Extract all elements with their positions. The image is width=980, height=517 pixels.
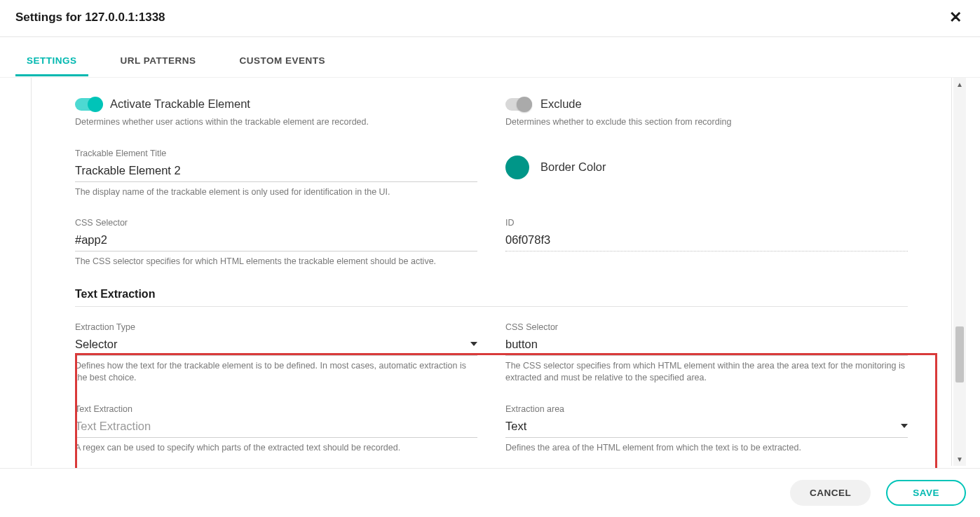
dialog-header: Settings for 127.0.0.1:1338 ✕ — [0, 0, 980, 37]
extraction-area-select[interactable]: Text — [505, 417, 908, 438]
content-outer: Activate Trackable Element Determines wh… — [0, 77, 980, 466]
text-extraction-helper: A regex can be used to specify which par… — [75, 442, 477, 455]
extraction-type-select[interactable]: Selector — [75, 335, 477, 356]
id-label: ID — [505, 218, 908, 228]
tab-settings[interactable]: SETTINGS — [15, 50, 88, 76]
extraction-type-label: Extraction Type — [75, 322, 477, 332]
extraction-type-helper: Defines how the text for the trackable e… — [75, 360, 477, 385]
scroll-down-arrow-icon[interactable]: ▼ — [956, 453, 963, 466]
element-title-label: Trackable Element Title — [75, 149, 477, 158]
dialog-title: Settings for 127.0.0.1:1338 — [15, 11, 165, 25]
css-selector-extract-helper: The CSS selector specifies from which HT… — [505, 360, 908, 385]
scroll-thumb[interactable] — [955, 326, 964, 382]
css-selector-extract-input[interactable]: button — [505, 335, 908, 356]
element-title-helper: The display name of the trackable elemen… — [75, 186, 477, 199]
scroll-up-arrow-icon[interactable]: ▲ — [956, 78, 963, 91]
element-title-input[interactable]: Trackable Element 2 — [75, 161, 477, 182]
tab-bar: SETTINGS URL PATTERNS CUSTOM EVENTS — [0, 50, 980, 77]
vertical-scrollbar[interactable]: ▲ ▼ — [953, 78, 966, 466]
dialog-footer: CANCEL SAVE — [0, 468, 980, 517]
save-button[interactable]: SAVE — [886, 480, 966, 506]
css-selector-input[interactable]: #app2 — [75, 230, 477, 251]
text-extraction-input[interactable]: Text Extraction — [75, 417, 477, 438]
css-selector-helper: The CSS selector specifies for which HTM… — [75, 256, 477, 268]
css-selector-label: CSS Selector — [75, 218, 477, 228]
activate-helper: Determines whether user actions within t… — [75, 116, 477, 129]
border-color-swatch[interactable] — [505, 156, 529, 179]
border-color-label: Border Color — [540, 160, 606, 174]
extraction-area-label: Extraction area — [505, 404, 908, 414]
chevron-down-icon — [470, 342, 477, 346]
extraction-area-helper: Defines the area of the HTML element fro… — [505, 442, 908, 455]
extraction-type-value: Selector — [75, 338, 118, 351]
section-text-extraction: Text Extraction — [75, 288, 908, 307]
exclude-label: Exclude — [540, 97, 582, 111]
activate-toggle[interactable] — [75, 98, 102, 111]
css-selector-extract-label: CSS Selector — [505, 322, 908, 332]
tab-custom-events[interactable]: CUSTOM EVENTS — [229, 50, 337, 76]
chevron-down-icon — [901, 424, 908, 428]
close-icon[interactable]: ✕ — [946, 7, 965, 28]
content-scroll: Activate Trackable Element Determines wh… — [31, 78, 952, 466]
id-value: 06f078f3 — [505, 230, 908, 251]
tab-url-patterns[interactable]: URL PATTERNS — [109, 50, 207, 76]
activate-label: Activate Trackable Element — [110, 97, 250, 111]
cancel-button[interactable]: CANCEL — [790, 480, 871, 506]
exclude-toggle[interactable] — [505, 98, 532, 111]
extraction-area-value: Text — [505, 420, 526, 433]
exclude-helper: Determines whether to exclude this secti… — [505, 116, 908, 129]
text-extraction-label: Text Extraction — [75, 404, 477, 414]
